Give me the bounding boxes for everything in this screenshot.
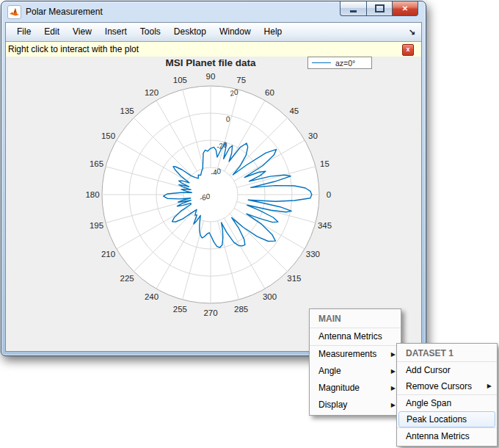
angle-tick-label: 255 xyxy=(173,305,187,314)
screenshot-stage: Polar Measurement ✕ FileEditViewInsertTo… xyxy=(0,0,499,448)
menubar-item-file[interactable]: File xyxy=(10,23,37,41)
figure-canvas[interactable]: 0153045607590105120135150165180195210225… xyxy=(6,57,421,351)
menubar-item-edit[interactable]: Edit xyxy=(37,23,66,41)
maximize-icon xyxy=(375,4,385,12)
window-title: Polar Measurement xyxy=(26,7,103,17)
legend-line-sample xyxy=(312,62,331,63)
main-menu-item-measurements[interactable]: Measurements▶ xyxy=(310,346,401,363)
angle-tick-label: 180 xyxy=(85,190,99,199)
submenu-arrow-icon: ▶ xyxy=(391,363,396,380)
context-menu-dataset1: DATASET 1Add CursorRemove Cursors▶Angle … xyxy=(396,343,498,447)
dataset1-menu-item-remove-cursors[interactable]: Remove Cursors▶ xyxy=(397,378,497,394)
submenu-arrow-icon: ▶ xyxy=(487,378,492,394)
matlab-logo-icon xyxy=(7,5,21,19)
menubar-item-view[interactable]: View xyxy=(66,23,98,41)
angle-tick-label: 330 xyxy=(306,250,320,259)
angle-tick-label: 300 xyxy=(263,292,277,301)
angle-tick-label: 135 xyxy=(120,106,134,115)
main-menu-item-angle[interactable]: Angle▶ xyxy=(310,363,401,380)
angle-tick-label: 150 xyxy=(101,131,115,140)
angle-tick-label: 195 xyxy=(90,221,103,230)
banner-close-icon[interactable]: x xyxy=(402,44,414,56)
dock-arrow-icon[interactable]: ↘ xyxy=(409,23,415,41)
angle-tick-label: 30 xyxy=(308,131,318,140)
angle-tick-label: 345 xyxy=(318,221,332,230)
submenu-arrow-icon: ▶ xyxy=(391,397,396,413)
title-bar[interactable]: Polar Measurement ✕ xyxy=(1,1,426,22)
menubar-item-desktop[interactable]: Desktop xyxy=(167,23,213,41)
submenu-arrow-icon: ▶ xyxy=(391,380,396,397)
polar-plot[interactable]: 0153045607590105120135150165180195210225… xyxy=(6,57,421,351)
angle-tick-label: 225 xyxy=(120,274,134,283)
dataset1-menu-header: DATASET 1 xyxy=(397,345,497,361)
angle-tick-label: 105 xyxy=(173,76,187,84)
main-menu-header: MAIN xyxy=(310,311,401,328)
menubar: FileEditViewInsertToolsDesktopWindowHelp… xyxy=(6,23,421,42)
minimize-icon xyxy=(350,10,357,12)
main-menu-item-display[interactable]: Display▶ xyxy=(310,397,401,413)
menubar-item-tools[interactable]: Tools xyxy=(134,23,167,41)
angle-tick-label: 0 xyxy=(327,190,331,199)
window-controls: ✕ xyxy=(340,1,418,16)
menubar-items: FileEditViewInsertToolsDesktopWindowHelp xyxy=(10,26,288,37)
dataset1-menu-item-peak-locations[interactable]: Peak Locations xyxy=(398,411,495,427)
main-menu-item-antenna-metrics[interactable]: Antenna Metrics xyxy=(310,328,401,345)
angle-tick-label: 165 xyxy=(90,159,103,168)
context-menu-main: MAINAntenna MetricsMeasurements▶Angle▶Ma… xyxy=(309,308,401,416)
angle-tick-label: 270 xyxy=(203,308,217,317)
legend-box[interactable]: az=0° xyxy=(307,57,372,69)
window-content: FileEditViewInsertToolsDesktopWindowHelp… xyxy=(5,22,422,352)
dataset1-menu-item-antenna-metrics[interactable]: Antenna Metrics xyxy=(397,428,497,444)
legend-label: az=0° xyxy=(335,59,355,68)
angle-tick-label: 240 xyxy=(145,292,159,301)
angle-tick-label: 15 xyxy=(320,159,329,168)
dataset1-menu-item-angle-span[interactable]: Angle Span xyxy=(397,395,497,411)
close-button[interactable]: ✕ xyxy=(393,1,418,16)
figure-window: Polar Measurement ✕ FileEditViewInsertTo… xyxy=(1,1,426,356)
minimize-button[interactable] xyxy=(340,1,366,16)
maximize-button[interactable] xyxy=(366,1,393,16)
menubar-item-window[interactable]: Window xyxy=(213,23,258,41)
menubar-item-insert[interactable]: Insert xyxy=(98,23,134,41)
angle-tick-label: 45 xyxy=(289,106,299,115)
angle-tick-label: 210 xyxy=(101,250,115,259)
dataset1-menu-item-add-cursor[interactable]: Add Cursor xyxy=(397,362,497,378)
plot-title: MSI Planet file data xyxy=(165,57,256,68)
menubar-item-help[interactable]: Help xyxy=(258,23,289,41)
submenu-arrow-icon: ▶ xyxy=(391,346,396,363)
angle-tick-label: 60 xyxy=(265,88,274,97)
angle-tick-label: 75 xyxy=(236,76,246,84)
angle-tick-label: 90 xyxy=(206,72,216,81)
main-menu-item-magnitude[interactable]: Magnitude▶ xyxy=(310,380,401,397)
banner-text: Right click to interact with the plot xyxy=(8,44,139,54)
angle-tick-label: 120 xyxy=(145,88,159,97)
angle-tick-label: 285 xyxy=(234,305,248,314)
angle-tick-label: 315 xyxy=(287,274,301,283)
info-banner: Right click to interact with the plot x xyxy=(6,42,421,57)
